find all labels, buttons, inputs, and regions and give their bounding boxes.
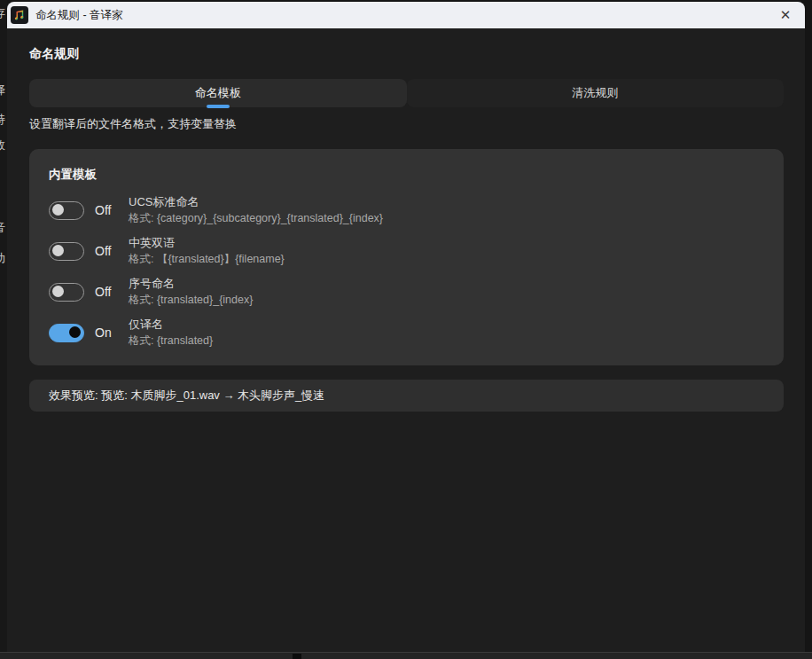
background-window-notch [293, 654, 301, 659]
toggle-switch[interactable] [49, 201, 84, 220]
template-texts: 中英双语 格式: 【{translated}】{filename} [129, 235, 285, 267]
template-format: 格式: 【{translated}】{filename} [129, 251, 285, 267]
titlebar: 命名规则 - 音译家 ✕ [7, 2, 805, 28]
backdrop-glyph: 音 [0, 220, 5, 236]
panel-title: 内置模板 [49, 167, 764, 183]
toggle-switch[interactable] [49, 324, 84, 342]
preview-text: 效果预览: 预览: 木质脚步_01.wav → 木头脚步声_慢速 [49, 388, 324, 404]
toggle-state-label: On [95, 326, 121, 340]
backdrop-glyph: 效 [0, 137, 5, 153]
tab-cleaning-rules[interactable]: 清洗规则 [407, 79, 785, 107]
tab-naming-template[interactable]: 命名模板 [29, 79, 407, 107]
template-row-translated-only: On 仅译名 格式: {translated} [49, 316, 764, 349]
close-button[interactable]: ✕ [766, 2, 805, 28]
tab-bar: 命名模板 清洗规则 [29, 79, 784, 107]
template-name: UCS标准命名 [129, 194, 383, 210]
toggle-switch[interactable] [49, 242, 84, 261]
tab-label: 命名模板 [195, 85, 241, 101]
dialog-content: 命名规则 命名模板 清洗规则 设置翻译后的文件名格式，支持变量替换 内置模板 O… [7, 46, 805, 412]
toggle-state-label: Off [95, 244, 121, 258]
template-name: 中英双语 [129, 235, 285, 251]
backdrop-glyph: 译 [0, 82, 5, 98]
template-row-bilingual: Off 中英双语 格式: 【{translated}】{filename} [49, 234, 764, 268]
music-note-icon [13, 9, 26, 21]
toggle-state-label: Off [95, 203, 121, 217]
page-title: 命名规则 [29, 46, 784, 62]
backdrop-glyph: 存 [0, 5, 5, 21]
template-format: 格式: {translated}_{index} [129, 292, 253, 308]
template-row-ucs: Off UCS标准命名 格式: {category}_{subcategory}… [49, 193, 764, 227]
active-tab-indicator [207, 105, 230, 108]
window-title: 命名规则 - 音译家 [35, 8, 123, 23]
toggle-knob [52, 204, 64, 216]
effect-preview-bar: 效果预览: 预览: 木质脚步_01.wav → 木头脚步声_慢速 [29, 380, 784, 412]
tab-label: 清洗规则 [572, 85, 618, 101]
builtin-templates-panel: 内置模板 Off UCS标准命名 格式: {category}_{subcate… [29, 149, 784, 365]
template-texts: UCS标准命名 格式: {category}_{subcategory}_{tr… [129, 194, 383, 226]
template-format: 格式: {translated} [129, 333, 213, 349]
background-window-bottom-edge [0, 652, 812, 659]
toggle-knob [52, 286, 64, 297]
template-texts: 序号命名 格式: {translated}_{index} [129, 276, 253, 308]
template-texts: 仅译名 格式: {translated} [129, 317, 213, 349]
template-name: 仅译名 [129, 317, 213, 333]
page-description: 设置翻译后的文件名格式，支持变量替换 [29, 116, 784, 132]
toggle-state-label: Off [95, 285, 121, 299]
template-name: 序号命名 [129, 276, 253, 292]
template-format: 格式: {category}_{subcategory}_{translated… [129, 210, 383, 226]
app-icon [11, 6, 28, 24]
toggle-knob [69, 326, 81, 338]
backdrop-glyph: 持 [0, 112, 5, 128]
background-window-left-sliver: 存 译 持 效 音 动 [0, 0, 7, 659]
toggle-switch[interactable] [49, 283, 84, 302]
toggle-knob [52, 245, 64, 256]
backdrop-glyph: 动 [0, 250, 5, 266]
naming-rules-dialog: 命名规则 - 音译家 ✕ 命名规则 命名模板 清洗规则 设置翻译后的文件名格式，… [7, 2, 805, 652]
template-row-indexed: Off 序号命名 格式: {translated}_{index} [49, 275, 764, 309]
